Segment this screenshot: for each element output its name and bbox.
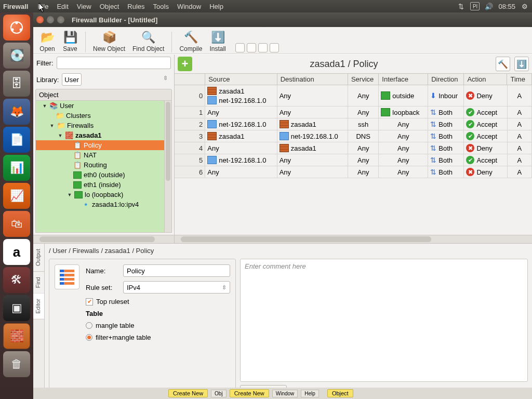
- tab-editor[interactable]: Editor: [33, 294, 44, 320]
- tree-node-firewalls[interactable]: ▼📁Firewalls: [36, 121, 171, 130]
- save-button[interactable]: 💾Save: [62, 31, 78, 52]
- rule-row[interactable]: 5net-192.168.1.0AnyAnyAny⇅Both✔AcceptA: [175, 154, 532, 166]
- install-button[interactable]: ⬇️Install: [209, 31, 225, 52]
- open-button[interactable]: 📂Open: [39, 31, 55, 52]
- rule-row[interactable]: 1AnyAnyAnyloopback⇅Both✔AcceptA: [175, 107, 532, 118]
- toolbar-small-btn-1[interactable]: [235, 43, 245, 52]
- system-menubar: Firewall File Edit View Object Rules Too…: [0, 0, 532, 12]
- launcher-dash[interactable]: [3, 15, 30, 41]
- launcher-writer[interactable]: 📄: [3, 127, 30, 153]
- tree-scrollbar[interactable]: [164, 101, 171, 232]
- menu-tools[interactable]: Tools: [149, 3, 173, 10]
- left-hscroll[interactable]: [33, 235, 174, 243]
- new-object-button[interactable]: 📦New Object: [93, 31, 125, 52]
- col-service[interactable]: Service: [348, 74, 379, 85]
- firewall-icon: [207, 132, 217, 140]
- tree-node-routing[interactable]: 📋Routing: [36, 160, 171, 170]
- launcher-amazon[interactable]: a: [3, 239, 30, 265]
- window-minimize-button[interactable]: [47, 16, 54, 23]
- both-icon: ⇅: [430, 120, 436, 128]
- menu-help[interactable]: Help: [205, 3, 228, 10]
- rule-row[interactable]: 3zasada1net-192.168.1.0DNSAny⇅Both✔Accep…: [175, 130, 532, 142]
- launcher-impress[interactable]: 📈: [3, 183, 30, 209]
- tree-node-user[interactable]: ▼📚User: [36, 101, 171, 111]
- tab-output[interactable]: Output: [33, 244, 44, 272]
- rule-row[interactable]: 2net-192.168.1.0zasada1sshAny⇅Both✔Accep…: [175, 118, 532, 130]
- toolbar-small-btn-4[interactable]: [270, 43, 279, 52]
- toolbar-small-btn-2[interactable]: [247, 43, 256, 52]
- compile-ruleset-button[interactable]: 🔨: [496, 57, 510, 71]
- find-object-button[interactable]: 🔍Find Object: [132, 31, 164, 52]
- rule-row[interactable]: 0zasada1net-192.168.1.0AnyAnyoutside⬇Inb…: [175, 85, 532, 107]
- window-close-button[interactable]: [36, 16, 44, 23]
- menu-file[interactable]: File: [33, 3, 52, 10]
- launcher-software[interactable]: 🛍: [3, 211, 30, 237]
- host-icon: [207, 120, 217, 128]
- col-interface[interactable]: Interface: [379, 74, 428, 85]
- new-object-icon: 📦: [101, 31, 117, 44]
- filter-input[interactable]: [57, 57, 171, 69]
- launcher-terminal[interactable]: ▣: [3, 295, 30, 321]
- app-window: 📂Open 💾Save 📦New Object 🔍Find Object 🔨Co…: [33, 27, 532, 399]
- radio-filter-mangle[interactable]: filter+mangle table: [86, 334, 230, 341]
- window-maximize-button[interactable]: [57, 16, 64, 23]
- ruleset-select[interactable]: IPv4: [123, 281, 230, 294]
- menu-edit[interactable]: Edit: [52, 3, 72, 10]
- name-input[interactable]: [123, 264, 230, 277]
- power-icon[interactable]: ⚙: [521, 2, 529, 10]
- launcher-disk[interactable]: 💽: [3, 43, 30, 69]
- tab-find[interactable]: Find: [33, 272, 44, 294]
- bg-object[interactable]: Object: [327, 389, 353, 397]
- clock[interactable]: 08:55: [498, 3, 515, 10]
- col-num[interactable]: [175, 74, 205, 85]
- keyboard-layout-indicator[interactable]: Pl: [470, 2, 480, 10]
- menu-view[interactable]: View: [73, 3, 96, 10]
- tree-node-policy[interactable]: 📋Policy: [36, 140, 171, 150]
- menu-object[interactable]: Object: [96, 3, 124, 10]
- launcher-fwbuilder[interactable]: 🧱: [3, 323, 30, 349]
- library-select[interactable]: User: [62, 73, 82, 86]
- launcher-settings[interactable]: 🛠: [3, 267, 30, 293]
- tree-node-clusters[interactable]: 📁Clusters: [36, 111, 171, 121]
- interface-icon: [381, 91, 390, 100]
- col-direction[interactable]: Direction: [428, 74, 464, 85]
- col-time[interactable]: Time: [507, 74, 532, 85]
- tree-node-zasada1[interactable]: ▼🧱zasada1: [36, 130, 171, 140]
- radio-mangle[interactable]: mangle table: [86, 322, 230, 329]
- launcher-files[interactable]: 🗄: [3, 71, 30, 97]
- bg-create-new-2[interactable]: Create New: [230, 389, 269, 397]
- tree-node-nat[interactable]: 📋NAT: [36, 150, 171, 160]
- filter-label: Filter:: [36, 59, 54, 67]
- menu-window[interactable]: Window: [173, 3, 205, 10]
- install-ruleset-button[interactable]: ⬇️: [514, 57, 529, 71]
- tree-node-eth0[interactable]: eth0 (outside): [36, 170, 171, 180]
- accept-icon: ✔: [466, 156, 474, 164]
- rules-hscroll[interactable]: [175, 235, 532, 243]
- launcher-calc[interactable]: 📊: [3, 155, 30, 181]
- toolbar-small-btn-3[interactable]: [258, 43, 268, 52]
- window-title: Firewall Builder - [Untitled]: [72, 16, 157, 24]
- tree-node-lo-ipv4[interactable]: 🔹zasada1:lo:ipv4: [36, 200, 171, 209]
- launcher-firefox[interactable]: 🦊: [3, 99, 30, 125]
- bg-create-new-1[interactable]: Create New: [168, 389, 208, 397]
- top-ruleset-checkbox[interactable]: ✔Top ruleset: [86, 298, 230, 305]
- launcher-trash[interactable]: 🗑: [3, 351, 30, 377]
- col-destination[interactable]: Destination: [277, 74, 348, 85]
- col-action[interactable]: Action: [464, 74, 507, 85]
- volume-icon[interactable]: 🔊: [485, 2, 493, 10]
- bg-help: Help: [301, 390, 319, 397]
- library-label: Library:: [36, 76, 59, 84]
- menu-rules[interactable]: Rules: [123, 3, 149, 10]
- col-source[interactable]: Source: [205, 74, 277, 85]
- window-titlebar[interactable]: Firewall Builder - [Untitled]: [33, 12, 532, 27]
- comment-textarea[interactable]: Enter comment here: [240, 259, 528, 382]
- compile-button[interactable]: 🔨Compile: [179, 31, 202, 52]
- tree-node-eth1[interactable]: eth1 (inside): [36, 180, 171, 190]
- object-tree[interactable]: ▼📚User 📁Clusters ▼📁Firewalls ▼🧱zasada1 📋…: [35, 101, 172, 233]
- network-icon[interactable]: ⇅: [457, 2, 465, 10]
- rule-row[interactable]: 4Anyzasada1AnyAny⇅Both✖DenyA: [175, 142, 532, 154]
- rule-row[interactable]: 6AnyAnyAnyAny⇅Both✖DenyA: [175, 166, 532, 178]
- add-rule-button[interactable]: +: [178, 57, 192, 71]
- tree-node-lo[interactable]: ▼lo (loopback): [36, 190, 171, 200]
- magnifier-icon: 🔍: [141, 31, 156, 44]
